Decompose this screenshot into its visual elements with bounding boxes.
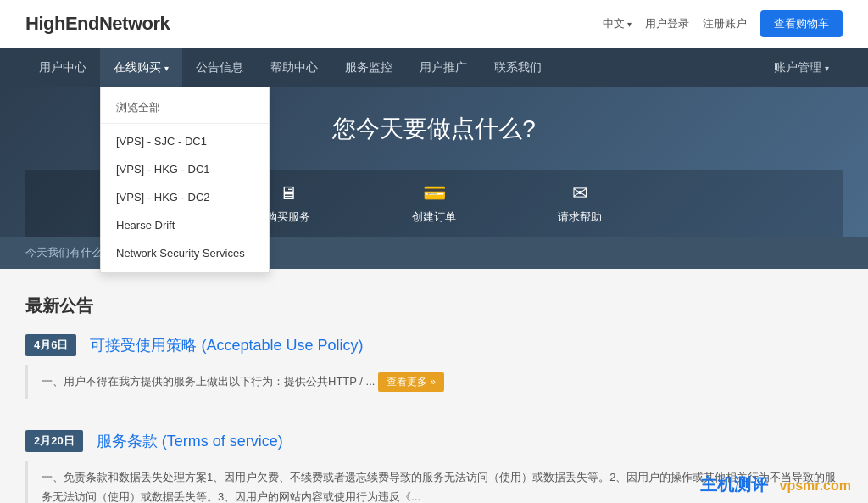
header: HighEndNetwork 中文 用户登录 注册账户 查看购物车 [0,0,868,48]
dropdown-arrow-icon: ▾ [164,64,169,73]
nav-item-shop[interactable]: 在线购买 ▾ 浏览全部 [VPS] - SJC - DC1 [VPS] - HK… [100,48,182,87]
announcement-0-date: 4月6日 [25,334,76,356]
navbar: 用户中心 在线购买 ▾ 浏览全部 [VPS] - SJC - DC1 [VPS]… [0,48,868,87]
main-content: 最新公告 4月6日 可接受使用策略 (Acceptable Use Policy… [0,269,868,503]
announcement-0-header: 4月6日 可接受使用策略 (Acceptable Use Policy) [25,334,843,356]
announcements-section-title: 最新公告 [25,294,843,317]
nav-item-announcements[interactable]: 公告信息 [182,48,257,87]
monitor-icon: 🖥 [279,182,298,204]
mail-icon: ✉ [572,182,587,204]
nav-item-help[interactable]: 帮助中心 [257,48,331,87]
nav-item-referral[interactable]: 用户推广 [406,48,481,87]
nav-item-user-center[interactable]: 用户中心 [25,48,100,87]
nav-item-account[interactable]: 账户管理 ▾ [760,48,843,87]
register-link[interactable]: 注册账户 [703,16,747,31]
announcement-1-title[interactable]: 服务条款 (Terms of service) [97,431,283,451]
dropdown-item-1[interactable]: [VPS] - HKG - DC1 [101,155,269,183]
dropdown-item-4[interactable]: Network Security Services [101,239,269,267]
language-selector[interactable]: 中文 [603,16,632,31]
announcement-0: 4月6日 可接受使用策略 (Acceptable Use Policy) 一、用… [25,334,843,399]
announcement-0-body: 一、用户不得在我方提供的服务上做出以下行为：提供公共HTTP / ... 查看更… [25,365,843,399]
cart-button[interactable]: 查看购物车 [760,10,843,37]
action-create-order[interactable]: 💳 创建订单 [361,170,507,237]
dropdown-item-0[interactable]: [VPS] - SJC - DC1 [101,127,269,155]
account-dropdown-arrow-icon: ▾ [825,64,829,73]
dropdown-item-2[interactable]: [VPS] - HKG - DC2 [101,183,269,211]
dropdown-item-3[interactable]: Hearse Drift [101,211,269,239]
login-link[interactable]: 用户登录 [645,16,689,31]
logo: HighEndNetwork [25,13,170,35]
announcement-1-header: 2月20日 服务条款 (Terms of service) [25,430,843,452]
dropdown-browse-all[interactable]: 浏览全部 [101,92,269,124]
nav-item-contact[interactable]: 联系我们 [481,48,555,87]
creditcard-icon: 💳 [423,182,446,204]
announcement-divider [25,416,843,416]
announcement-0-more-btn[interactable]: 查看更多 » [378,372,444,392]
announcement-1-body: 一、免责条款和数据丢失处理方案1、因用户欠费、不续费或者遗忘续费导致的服务无法访… [25,461,843,503]
shop-dropdown: 浏览全部 [VPS] - SJC - DC1 [VPS] - HKG - DC1… [100,87,270,273]
announcement-0-title[interactable]: 可接受使用策略 (Acceptable Use Policy) [90,335,363,355]
announcement-1-date: 2月20日 [25,430,83,452]
announcement-1: 2月20日 服务条款 (Terms of service) 一、免责条款和数据丢… [25,430,843,503]
action-request-help[interactable]: ✉ 请求帮助 [507,170,653,237]
nav-item-monitoring[interactable]: 服务监控 [331,48,406,87]
header-right: 中文 用户登录 注册账户 查看购物车 [603,10,843,37]
